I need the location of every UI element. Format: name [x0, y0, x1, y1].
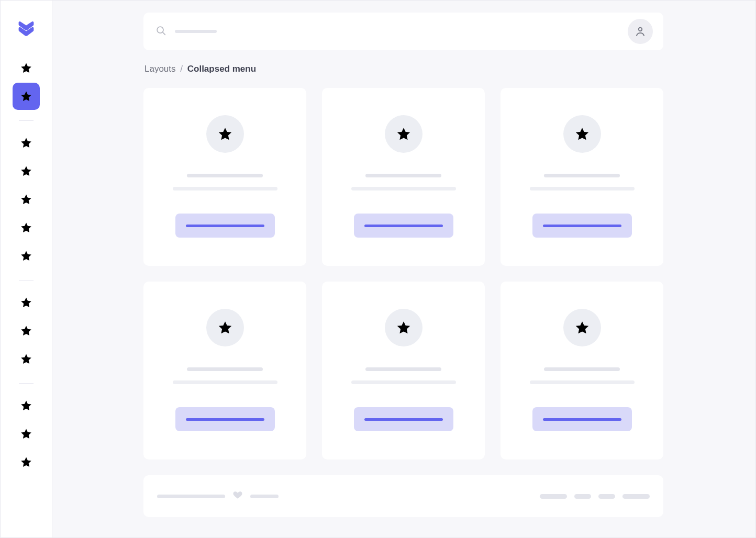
search[interactable]	[155, 25, 217, 38]
nav-item-star[interactable]	[13, 449, 40, 476]
card-button-label-placeholder	[364, 225, 443, 227]
card-avatar-icon	[563, 309, 601, 346]
nav-group-2	[13, 129, 40, 270]
card-avatar-icon	[206, 309, 244, 346]
card-action-button[interactable]	[532, 214, 632, 238]
app-logo[interactable]	[17, 19, 36, 38]
card-button-label-placeholder	[364, 418, 443, 421]
search-placeholder	[175, 30, 217, 33]
card-title-placeholder	[544, 174, 620, 177]
nav-separator	[19, 280, 34, 281]
nav-item-star-active[interactable]	[13, 83, 40, 110]
card-subtitle-placeholder	[351, 187, 456, 190]
card-button-label-placeholder	[543, 418, 621, 421]
card-title-placeholder	[187, 174, 263, 177]
card-action-button[interactable]	[175, 407, 275, 431]
footer-text-placeholder	[157, 495, 225, 498]
card	[322, 282, 485, 459]
nav-item-star[interactable]	[13, 129, 40, 156]
card-title-placeholder	[544, 367, 620, 371]
nav-group-3	[13, 289, 40, 373]
card-avatar-icon	[385, 115, 423, 153]
card-button-label-placeholder	[543, 225, 621, 227]
card-avatar-icon	[206, 115, 244, 153]
nav-item-star[interactable]	[13, 54, 40, 82]
card-avatar-icon	[385, 309, 423, 346]
footer-link-placeholder[interactable]	[574, 494, 591, 499]
search-icon	[155, 25, 166, 38]
nav-separator	[19, 120, 34, 121]
breadcrumb-parent[interactable]: Layouts	[144, 64, 176, 74]
card	[501, 282, 663, 459]
card-subtitle-placeholder	[530, 380, 635, 384]
card-action-button[interactable]	[354, 214, 453, 238]
card-subtitle-placeholder	[173, 380, 277, 384]
card	[501, 88, 663, 266]
user-avatar[interactable]	[628, 19, 653, 44]
footer-link-placeholder[interactable]	[622, 494, 650, 499]
card-avatar-icon	[563, 115, 601, 153]
breadcrumb-current: Collapsed menu	[187, 64, 256, 74]
card	[143, 282, 306, 459]
nav-group-1	[13, 54, 40, 110]
footer-right	[540, 494, 650, 499]
nav-item-star[interactable]	[13, 214, 40, 241]
card-action-button[interactable]	[532, 407, 632, 431]
nav-item-star[interactable]	[13, 392, 40, 419]
header-bar	[143, 13, 663, 50]
footer-link-placeholder[interactable]	[540, 494, 567, 499]
nav-item-star[interactable]	[13, 242, 40, 270]
card-action-button[interactable]	[354, 407, 453, 431]
nav-item-star[interactable]	[13, 158, 40, 185]
footer-left	[157, 490, 279, 502]
nav-item-star[interactable]	[13, 345, 40, 373]
nav-item-star[interactable]	[13, 186, 40, 213]
card-title-placeholder	[365, 174, 441, 177]
nav-item-star[interactable]	[13, 420, 40, 447]
breadcrumb: Layouts / Collapsed menu	[143, 64, 663, 74]
heart-icon	[232, 490, 243, 502]
nav-item-star[interactable]	[13, 289, 40, 316]
card	[143, 88, 306, 266]
card	[322, 88, 485, 266]
card-button-label-placeholder	[186, 418, 264, 421]
nav-separator	[19, 383, 34, 384]
nav-item-star[interactable]	[13, 317, 40, 344]
cards-grid	[143, 88, 663, 459]
main-content: Layouts / Collapsed menu	[52, 0, 756, 538]
card-button-label-placeholder	[186, 225, 264, 227]
card-title-placeholder	[365, 367, 441, 371]
card-subtitle-placeholder	[351, 380, 456, 384]
card-action-button[interactable]	[175, 214, 275, 238]
breadcrumb-separator: /	[180, 64, 183, 74]
card-title-placeholder	[187, 367, 263, 371]
nav-group-4	[13, 392, 40, 476]
footer-text-placeholder	[250, 495, 279, 498]
card-subtitle-placeholder	[530, 187, 635, 190]
sidebar	[0, 0, 52, 538]
footer-strip	[143, 475, 663, 517]
card-subtitle-placeholder	[173, 187, 277, 190]
footer-link-placeholder[interactable]	[598, 494, 615, 499]
